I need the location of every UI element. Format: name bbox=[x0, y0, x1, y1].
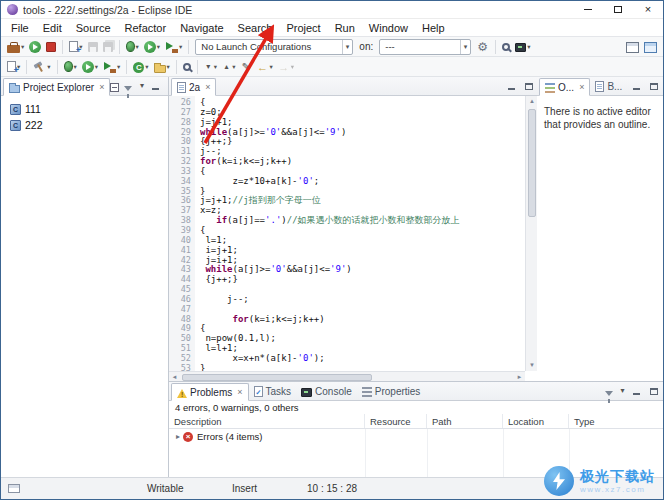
close-icon[interactable]: × bbox=[579, 82, 584, 92]
maximize-panel-button[interactable] bbox=[521, 80, 536, 93]
column-header-type[interactable]: Type bbox=[569, 414, 663, 428]
code-line[interactable]: j=j+1;//j指到那个字母一位 bbox=[200, 196, 525, 206]
code-line[interactable]: } bbox=[200, 364, 525, 371]
close-icon[interactable]: × bbox=[237, 387, 242, 397]
menu-item-navigate[interactable]: Navigate bbox=[173, 22, 230, 34]
trim-stack-icon[interactable] bbox=[8, 484, 20, 493]
close-icon[interactable]: × bbox=[205, 82, 210, 92]
menu-item-run[interactable]: Run bbox=[328, 22, 362, 34]
close-button[interactable]: × bbox=[633, 1, 663, 18]
new-wizard-button[interactable]: ▾ bbox=[67, 38, 84, 56]
editor-body[interactable]: 2627282930313233343536373839404142434445… bbox=[169, 96, 538, 383]
run-button[interactable]: ▾ bbox=[142, 38, 162, 56]
back-button[interactable]: ▾ bbox=[254, 58, 274, 76]
menu-item-help[interactable]: Help bbox=[415, 22, 452, 34]
run-tool-button[interactable]: ▾ bbox=[80, 58, 100, 76]
column-header-resource[interactable]: Resource bbox=[365, 414, 427, 428]
tab-properties[interactable]: Properties bbox=[357, 382, 426, 400]
code-line[interactable]: { bbox=[200, 226, 525, 236]
column-header-description[interactable]: Description bbox=[169, 414, 365, 428]
filter-icon[interactable] bbox=[605, 391, 613, 396]
minimize-button[interactable] bbox=[573, 1, 603, 18]
code-line[interactable]: { bbox=[200, 98, 525, 108]
code-line[interactable]: i=j+1; bbox=[200, 246, 525, 256]
column-header-path[interactable]: Path bbox=[427, 414, 503, 428]
open-perspective-button[interactable] bbox=[624, 38, 641, 56]
view-menu-icon[interactable] bbox=[618, 384, 627, 398]
filter-icon[interactable] bbox=[124, 86, 132, 91]
external-tools-button[interactable]: ▾ bbox=[163, 38, 184, 56]
code-line[interactable]: x=x+n*(a[k]-'0'); bbox=[200, 354, 525, 364]
view-menu-icon[interactable] bbox=[137, 79, 146, 93]
save-all-button[interactable] bbox=[101, 38, 115, 56]
tree-item-222[interactable]: 222 bbox=[1, 117, 168, 133]
tab-build-targets[interactable]: B... bbox=[590, 77, 627, 95]
search-button[interactable] bbox=[500, 38, 512, 56]
save-button[interactable] bbox=[86, 38, 100, 56]
build-button[interactable]: ▾ bbox=[5, 38, 26, 56]
code-line[interactable]: {j++;} bbox=[200, 275, 525, 285]
menu-item-source[interactable]: Source bbox=[69, 22, 118, 34]
code-line[interactable]: while(a[j]>='0'&&a[j]<='9') bbox=[200, 265, 525, 275]
new-folder-button[interactable]: ▾ bbox=[152, 58, 172, 76]
tab-problems[interactable]: Problems × bbox=[171, 383, 249, 401]
next-annotation-button[interactable]: ▾ bbox=[202, 58, 219, 76]
menu-item-project[interactable]: Project bbox=[279, 22, 327, 34]
target-settings-button[interactable] bbox=[474, 38, 491, 56]
title-bar[interactable]: tools - 222/.settings/2a - Eclipse IDE × bbox=[1, 1, 663, 19]
code-area[interactable]: {z=0;j=j+1;while(a[j]>='0'&&a[j]<='9'){j… bbox=[195, 96, 525, 371]
cpp-perspective-button[interactable] bbox=[642, 38, 659, 56]
close-icon[interactable]: × bbox=[99, 82, 104, 92]
build-all-button[interactable]: ▾ bbox=[31, 58, 52, 76]
minimize-panel-button[interactable] bbox=[629, 385, 644, 398]
debug-button[interactable]: ▾ bbox=[124, 38, 141, 56]
tab-project-explorer[interactable]: Project Explorer × bbox=[3, 78, 110, 96]
stop-button[interactable] bbox=[44, 38, 58, 56]
expand-chevron-icon[interactable]: ▸ bbox=[169, 432, 183, 441]
launch-target-combo[interactable]: ---▾ bbox=[379, 39, 471, 55]
prev-annotation-button[interactable]: ▾ bbox=[220, 58, 237, 76]
menu-item-refactor[interactable]: Refactor bbox=[118, 22, 174, 34]
forward-button[interactable]: ▾ bbox=[276, 58, 296, 76]
maximize-panel-button[interactable] bbox=[646, 80, 661, 93]
open-console-button[interactable]: ▾ bbox=[513, 38, 532, 56]
code-line[interactable]: while(a[j]>='0'&&a[j]<='9') bbox=[200, 128, 525, 138]
code-line[interactable]: if(a[j]=='.')//如果遇小数的话就把小数和整数部分放上 bbox=[200, 216, 525, 226]
debug-tool-button[interactable]: ▾ bbox=[62, 58, 79, 76]
new-c-file-button[interactable]: ▾ bbox=[5, 58, 22, 76]
launch-button[interactable] bbox=[27, 38, 43, 56]
code-line[interactable]: for(k=i;k<=j;k++) bbox=[200, 315, 525, 325]
code-line[interactable]: z=0; bbox=[200, 108, 525, 118]
code-line[interactable]: for(k=i;k<=j;k++) bbox=[200, 157, 525, 167]
outline-toolbar bbox=[629, 80, 663, 93]
scrollbar-thumb[interactable] bbox=[182, 374, 372, 381]
maximize-panel-button[interactable] bbox=[646, 385, 661, 398]
code-line[interactable]: l=1; bbox=[200, 236, 525, 246]
profile-button[interactable]: ▾ bbox=[101, 58, 122, 76]
minimize-panel-button[interactable] bbox=[629, 80, 644, 93]
launch-config-combo[interactable]: No Launch Configurations▾ bbox=[195, 39, 353, 55]
maximize-button[interactable] bbox=[603, 1, 633, 18]
column-header-location[interactable]: Location bbox=[503, 414, 569, 428]
code-line[interactable]: j--; bbox=[200, 295, 525, 305]
menu-item-edit[interactable]: Edit bbox=[36, 22, 69, 34]
code-line[interactable]: n=pow(0.1,l); bbox=[200, 334, 525, 344]
tab-outline[interactable]: O... × bbox=[539, 78, 590, 96]
minimize-panel-button[interactable] bbox=[504, 80, 519, 93]
menu-item-window[interactable]: Window bbox=[362, 22, 415, 34]
menu-item-file[interactable]: File bbox=[4, 22, 36, 34]
tab-editor-2a[interactable]: 2a × bbox=[171, 78, 216, 96]
tab-tasks[interactable]: Tasks bbox=[249, 382, 297, 400]
code-line[interactable]: {j++;} bbox=[200, 137, 525, 147]
new-class-button[interactable]: ▾ bbox=[131, 58, 150, 76]
scrollbar-thumb[interactable] bbox=[528, 109, 536, 217]
search-tool-button[interactable] bbox=[181, 58, 193, 76]
menu-item-search[interactable]: Search bbox=[231, 22, 280, 34]
tree-item-111[interactable]: 111 bbox=[1, 101, 168, 117]
minimize-panel-button[interactable] bbox=[148, 80, 163, 93]
collapse-all-icon[interactable] bbox=[110, 83, 119, 92]
code-line[interactable]: z=z*10+a[k]-'0'; bbox=[200, 177, 525, 187]
problems-row[interactable]: ▸Errors (4 items) bbox=[169, 429, 663, 444]
tab-console[interactable]: Console bbox=[296, 382, 357, 400]
last-edit-location-button[interactable] bbox=[238, 58, 253, 76]
